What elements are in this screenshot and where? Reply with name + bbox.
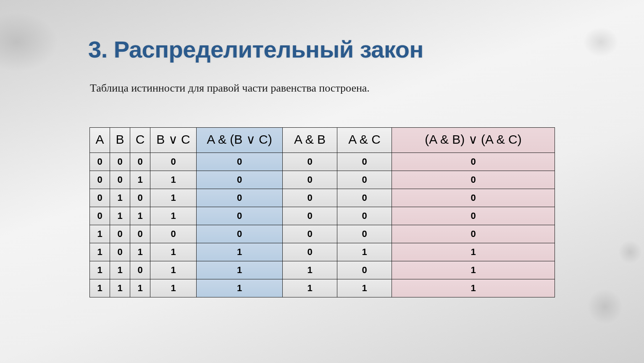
table-cell: 0 xyxy=(197,171,283,189)
table-header-cell: (A & B) ∨ (A & C) xyxy=(392,128,555,153)
table-cell: 0 xyxy=(283,153,337,171)
table-cell: 0 xyxy=(130,261,150,279)
table-cell: 0 xyxy=(130,225,150,243)
table-header-cell: C xyxy=(130,128,150,153)
table-cell: 0 xyxy=(337,207,392,225)
table-cell: 1 xyxy=(150,243,197,261)
slide-title: 3. Распределительный закон xyxy=(88,36,423,63)
table-cell: 0 xyxy=(283,207,337,225)
table-cell: 1 xyxy=(90,225,110,243)
table-cell: 1 xyxy=(110,189,130,207)
table-cell: 1 xyxy=(90,261,110,279)
table-header-cell: A & C xyxy=(337,128,392,153)
table-cell: 0 xyxy=(197,207,283,225)
table-cell: 1 xyxy=(110,261,130,279)
table-cell: 0 xyxy=(130,189,150,207)
table-cell: 0 xyxy=(392,225,555,243)
table-cell: 1 xyxy=(337,279,392,297)
table-cell: 1 xyxy=(150,189,197,207)
table-row: 01110000 xyxy=(90,207,555,225)
table-header-cell: A & (B ∨ C) xyxy=(197,128,283,153)
table-cell: 0 xyxy=(283,171,337,189)
table-row: 00110000 xyxy=(90,171,555,189)
table-cell: 0 xyxy=(392,207,555,225)
table-cell: 0 xyxy=(337,171,392,189)
table-cell: 1 xyxy=(150,279,197,297)
table-cell: 1 xyxy=(110,279,130,297)
table-cell: 1 xyxy=(392,261,555,279)
table-cell: 1 xyxy=(337,243,392,261)
table-cell: 0 xyxy=(337,261,392,279)
table-cell: 1 xyxy=(197,261,283,279)
table-cell: 1 xyxy=(130,171,150,189)
table-row: 00000000 xyxy=(90,153,555,171)
table-cell: 0 xyxy=(197,225,283,243)
table-cell: 0 xyxy=(337,189,392,207)
table-cell: 0 xyxy=(130,153,150,171)
table-cell: 1 xyxy=(90,279,110,297)
table-cell: 0 xyxy=(90,153,110,171)
table-row: 10111011 xyxy=(90,243,555,261)
table-cell: 0 xyxy=(392,153,555,171)
table-cell: 1 xyxy=(283,279,337,297)
table-row: 11011101 xyxy=(90,261,555,279)
table-header-cell: B ∨ C xyxy=(150,128,197,153)
table-cell: 0 xyxy=(283,225,337,243)
table-cell: 0 xyxy=(110,171,130,189)
table-cell: 0 xyxy=(110,243,130,261)
table-cell: 1 xyxy=(392,279,555,297)
table-cell: 0 xyxy=(90,207,110,225)
table-cell: 1 xyxy=(283,261,337,279)
table-cell: 0 xyxy=(392,171,555,189)
table-cell: 1 xyxy=(130,279,150,297)
table-cell: 1 xyxy=(130,243,150,261)
truth-table: A B C B ∨ C A & (B ∨ C) A & B A & C (A &… xyxy=(89,127,555,297)
table-cell: 1 xyxy=(90,243,110,261)
table-cell: 1 xyxy=(150,171,197,189)
table-cell: 0 xyxy=(110,225,130,243)
table-cell: 1 xyxy=(110,207,130,225)
table-cell: 0 xyxy=(392,189,555,207)
table-cell: 1 xyxy=(150,207,197,225)
table-header-cell: A xyxy=(90,128,110,153)
table-cell: 0 xyxy=(150,225,197,243)
table-cell: 1 xyxy=(150,261,197,279)
table-cell: 0 xyxy=(110,153,130,171)
table-body: 0000000000110000010100000111000010000000… xyxy=(90,153,555,297)
table-cell: 1 xyxy=(197,243,283,261)
table-cell: 0 xyxy=(337,153,392,171)
table-row: 10000000 xyxy=(90,225,555,243)
table-cell: 0 xyxy=(197,153,283,171)
table-cell: 1 xyxy=(197,279,283,297)
slide-subtitle: Таблица истинности для правой части раве… xyxy=(90,82,370,95)
table-cell: 1 xyxy=(130,207,150,225)
table-header-cell: B xyxy=(110,128,130,153)
table-cell: 0 xyxy=(90,171,110,189)
table-cell: 1 xyxy=(392,243,555,261)
table-row: 01010000 xyxy=(90,189,555,207)
table-cell: 0 xyxy=(197,189,283,207)
table-cell: 0 xyxy=(283,243,337,261)
table-cell: 0 xyxy=(283,189,337,207)
table-cell: 0 xyxy=(90,189,110,207)
table-cell: 0 xyxy=(337,225,392,243)
table-header-cell: A & B xyxy=(283,128,337,153)
truth-table-container: A B C B ∨ C A & (B ∨ C) A & B A & C (A &… xyxy=(89,127,555,297)
table-header-row: A B C B ∨ C A & (B ∨ C) A & B A & C (A &… xyxy=(90,128,555,153)
table-cell: 0 xyxy=(150,153,197,171)
table-row: 11111111 xyxy=(90,279,555,297)
